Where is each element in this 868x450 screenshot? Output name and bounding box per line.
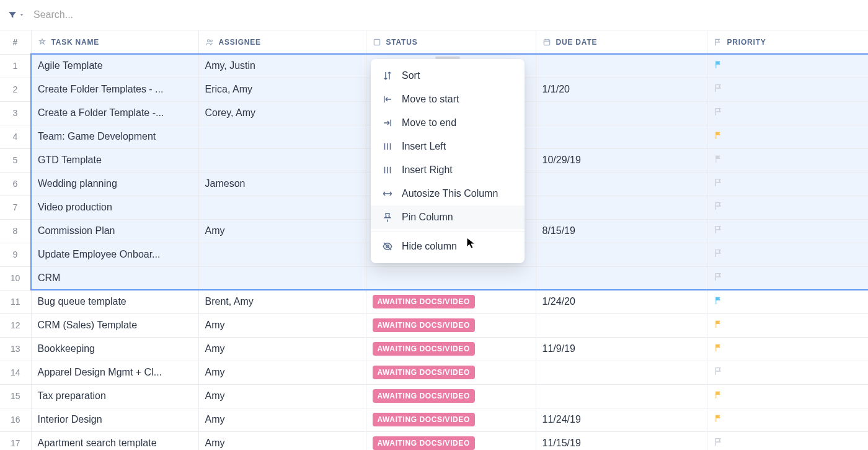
cell-priority[interactable] — [707, 148, 868, 172]
cell-priority[interactable] — [707, 361, 868, 384]
status-pill[interactable]: AWAITING DOCS/VIDEO — [373, 318, 475, 332]
cell-due-date[interactable] — [536, 313, 707, 337]
cell-assignee[interactable]: Erica, Amy — [198, 78, 366, 101]
cell-task-name[interactable]: Interior Design — [31, 408, 198, 431]
cell-priority[interactable] — [707, 431, 868, 450]
priority-flag-none[interactable] — [714, 83, 724, 93]
cell-assignee[interactable]: Amy — [198, 313, 366, 337]
cell-priority[interactable] — [707, 54, 868, 78]
cell-priority[interactable] — [707, 408, 868, 431]
cell-priority[interactable] — [707, 125, 868, 148]
cell-status[interactable]: AWAITING DOCS/VIDEO — [366, 408, 536, 431]
cell-priority[interactable] — [707, 78, 868, 101]
cell-assignee[interactable]: Jameson — [198, 172, 366, 196]
table-row[interactable]: 17Apartment search templateAmyAWAITING D… — [0, 431, 868, 450]
priority-flag-none[interactable] — [714, 437, 724, 447]
cell-status[interactable]: AWAITING DOCS/VIDEO — [366, 431, 536, 450]
cell-priority[interactable] — [707, 384, 868, 408]
priority-flag[interactable] — [714, 413, 724, 423]
cell-due-date[interactable] — [536, 266, 707, 290]
menu-item-autosize[interactable]: Autosize This Column — [371, 182, 525, 205]
cell-priority[interactable] — [707, 266, 868, 290]
cell-due-date[interactable] — [536, 101, 707, 125]
column-header-assignee[interactable]: ASSIGNEE — [198, 30, 366, 54]
column-header-priority[interactable]: PRIORITY — [707, 30, 868, 54]
status-pill[interactable]: AWAITING DOCS/VIDEO — [373, 389, 475, 403]
cell-due-date[interactable] — [536, 172, 707, 196]
cell-task-name[interactable]: Apparel Design Mgmt + Cl... — [31, 361, 198, 384]
cell-priority[interactable] — [707, 172, 868, 196]
cell-priority[interactable] — [707, 196, 868, 219]
cell-due-date[interactable] — [536, 243, 707, 266]
priority-flag[interactable] — [714, 154, 724, 164]
cell-due-date[interactable]: 8/15/19 — [536, 219, 707, 243]
table-row[interactable]: 15Tax preparationAmyAWAITING DOCS/VIDEO — [0, 384, 868, 408]
cell-task-name[interactable]: GTD Template — [31, 148, 198, 172]
priority-flag[interactable] — [714, 319, 724, 329]
column-header-due-date[interactable]: DUE DATE — [536, 30, 707, 54]
cell-assignee[interactable]: Amy, Justin — [198, 54, 366, 78]
cell-priority[interactable] — [707, 290, 868, 313]
cell-task-name[interactable]: Bookkeeping — [31, 337, 198, 361]
cell-task-name[interactable]: Bug queue template — [31, 290, 198, 313]
table-row[interactable]: 16Interior DesignAmyAWAITING DOCS/VIDEO1… — [0, 408, 868, 431]
menu-item-insert-left[interactable]: Insert Left — [371, 135, 525, 158]
cell-task-name[interactable]: Team: Game Development — [31, 125, 198, 148]
filter-dropdown[interactable] — [7, 10, 25, 20]
cell-task-name[interactable]: CRM — [31, 266, 198, 290]
priority-flag-none[interactable] — [714, 201, 724, 211]
table-row[interactable]: 11Bug queue templateBrent, AmyAWAITING D… — [0, 290, 868, 313]
cell-due-date[interactable]: 11/15/19 — [536, 431, 707, 450]
column-header-number[interactable]: # — [0, 30, 31, 54]
priority-flag-none[interactable] — [714, 272, 724, 282]
cell-assignee[interactable] — [198, 148, 366, 172]
cell-task-name[interactable]: Update Employee Onboar... — [31, 243, 198, 266]
priority-flag-none[interactable] — [714, 366, 724, 376]
cell-due-date[interactable] — [536, 384, 707, 408]
cell-task-name[interactable]: CRM (Sales) Template — [31, 313, 198, 337]
column-header-status[interactable]: STATUS — [366, 30, 536, 54]
menu-item-move-end[interactable]: Move to end — [371, 111, 525, 135]
menu-item-sort[interactable]: Sort — [371, 64, 525, 88]
cell-priority[interactable] — [707, 219, 868, 243]
cell-status[interactable]: AWAITING DOCS/VIDEO — [366, 313, 536, 337]
cell-status[interactable]: AWAITING DOCS/VIDEO — [366, 361, 536, 384]
cell-task-name[interactable]: Commission Plan — [31, 219, 198, 243]
cell-assignee[interactable]: Corey, Amy — [198, 101, 366, 125]
cell-task-name[interactable]: Create a Folder Template -... — [31, 101, 198, 125]
cell-assignee[interactable] — [198, 196, 366, 219]
cell-assignee[interactable]: Brent, Amy — [198, 290, 366, 313]
menu-item-move-start[interactable]: Move to start — [371, 88, 525, 111]
cell-due-date[interactable] — [536, 54, 707, 78]
cell-assignee[interactable]: Amy — [198, 337, 366, 361]
search-input[interactable] — [30, 6, 216, 24]
cell-task-name[interactable]: Tax preparation — [31, 384, 198, 408]
cell-due-date[interactable]: 11/9/19 — [536, 337, 707, 361]
cell-priority[interactable] — [707, 101, 868, 125]
cell-assignee[interactable] — [198, 266, 366, 290]
priority-flag-none[interactable] — [714, 107, 724, 117]
cell-due-date[interactable]: 1/24/20 — [536, 290, 707, 313]
priority-flag-none[interactable] — [714, 225, 724, 235]
cell-task-name[interactable]: Agile Template — [31, 54, 198, 78]
cell-due-date[interactable]: 10/29/19 — [536, 148, 707, 172]
cell-task-name[interactable]: Wedding planning — [31, 172, 198, 196]
priority-flag[interactable] — [714, 130, 724, 140]
priority-flag-none[interactable] — [714, 248, 724, 258]
table-row[interactable]: 12CRM (Sales) TemplateAmyAWAITING DOCS/V… — [0, 313, 868, 337]
cell-status[interactable] — [366, 266, 536, 290]
cell-task-name[interactable]: Apartment search template — [31, 431, 198, 450]
cell-due-date[interactable] — [536, 125, 707, 148]
status-pill[interactable]: AWAITING DOCS/VIDEO — [373, 342, 475, 356]
cell-assignee[interactable]: Amy — [198, 384, 366, 408]
cell-task-name[interactable]: Video production — [31, 196, 198, 219]
cell-priority[interactable] — [707, 337, 868, 361]
table-row[interactable]: 14Apparel Design Mgmt + Cl...AmyAWAITING… — [0, 361, 868, 384]
table-row[interactable]: 13BookkeepingAmyAWAITING DOCS/VIDEO11/9/… — [0, 337, 868, 361]
cell-assignee[interactable] — [198, 243, 366, 266]
priority-flag[interactable] — [714, 343, 724, 353]
priority-flag-none[interactable] — [714, 178, 724, 187]
cell-assignee[interactable] — [198, 125, 366, 148]
cell-status[interactable]: AWAITING DOCS/VIDEO — [366, 290, 536, 313]
table-row[interactable]: 10CRM — [0, 266, 868, 290]
